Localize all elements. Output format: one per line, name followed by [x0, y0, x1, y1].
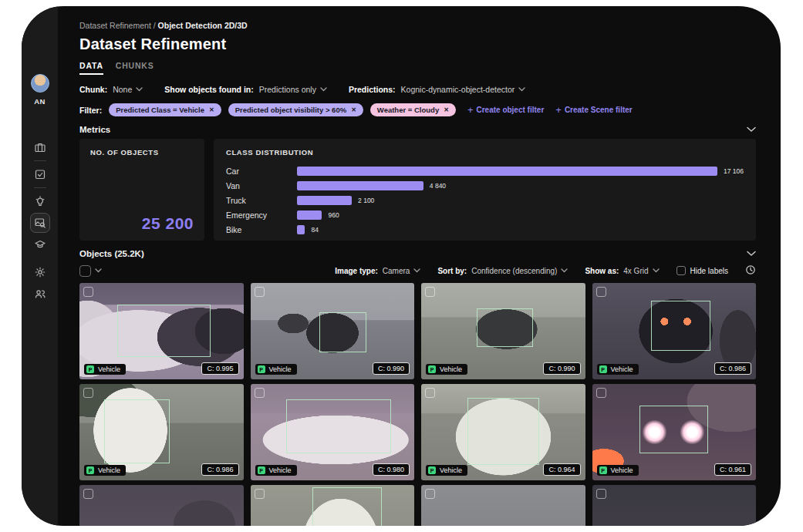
bar-van	[297, 181, 423, 190]
card-checkbox[interactable]	[596, 287, 606, 297]
confidence-pill: C: 0.986	[714, 362, 751, 375]
card-checkbox[interactable]	[255, 287, 265, 297]
object-card[interactable]: PVehicle C: 0.990	[421, 283, 585, 379]
bar-emergency	[297, 210, 322, 220]
prediction-icon: P	[428, 365, 436, 373]
select-all-checkbox[interactable]	[79, 265, 91, 277]
metrics-title: Metrics	[79, 125, 110, 134]
bar-value: 960	[328, 211, 339, 219]
chevron-down-icon	[320, 87, 327, 92]
card-checkbox[interactable]	[425, 287, 435, 297]
object-card[interactable]: PVehicle C: 0.964	[421, 384, 585, 480]
tab-data[interactable]: DATA	[79, 61, 103, 75]
prediction-icon: P	[86, 365, 94, 373]
briefcase-icon	[34, 141, 46, 153]
prediction-icon: P	[599, 365, 607, 373]
objects-title: Objects (25.2K)	[79, 249, 144, 258]
toolbar-right: Image type: Camera Sort by: Confidence (…	[335, 264, 756, 277]
card-checkbox[interactable]	[255, 388, 265, 398]
sidebar-item-training[interactable]	[30, 234, 50, 254]
sidebar-item-tasks[interactable]	[30, 164, 50, 184]
object-card[interactable]: PVehicle C: 0.990	[251, 283, 415, 379]
object-card[interactable]: PVehicle C: 0.961	[592, 384, 757, 480]
chip-close-icon[interactable]: ✕	[444, 106, 449, 113]
object-card[interactable]	[421, 485, 585, 526]
show-objects-control: Show objects found in: Predictions only	[164, 85, 327, 94]
filter-label: Filter:	[79, 106, 102, 115]
breadcrumb-parent[interactable]: Dataset Refinement	[79, 21, 151, 30]
bar-value: 2 100	[358, 197, 374, 204]
prediction-icon: P	[428, 466, 436, 474]
chevron-down-icon	[653, 268, 660, 273]
card-checkbox[interactable]	[83, 489, 93, 499]
card-checkbox[interactable]	[425, 388, 435, 398]
confidence-pill: C: 0.986	[201, 463, 238, 476]
hide-labels-checkbox[interactable]	[676, 266, 686, 275]
sort-by-label: Sort by:	[437, 267, 467, 275]
sidebar-item-team[interactable]	[30, 284, 50, 304]
prediction-icon: P	[599, 466, 607, 474]
bar-category: Truck	[226, 196, 297, 205]
object-card[interactable]: PVehicle C: 0.986	[79, 384, 244, 480]
chunk-select[interactable]: None	[113, 85, 143, 94]
prediction-icon: P	[258, 365, 265, 373]
class-pill: PVehicle	[597, 465, 639, 476]
card-checkbox[interactable]	[255, 489, 265, 499]
object-card[interactable]: PVehicle C: 0.980	[251, 384, 415, 480]
show-objects-select[interactable]: Predictions only	[259, 85, 327, 94]
users-icon	[34, 288, 46, 300]
predictions-select[interactable]: Kognic-dynamic-object-detector	[401, 85, 526, 94]
chevron-down-icon[interactable]	[747, 251, 756, 257]
chevron-down-icon[interactable]	[95, 268, 102, 273]
create-object-filter-button[interactable]: + Create object filter	[467, 104, 544, 116]
sidebar-divider	[34, 160, 46, 161]
prediction-icon: P	[86, 466, 94, 474]
chip-close-icon[interactable]: ✕	[209, 106, 214, 113]
class-distribution-card: CLASS DISTRIBUTION Car 17 106 Van 4 840 …	[214, 139, 756, 241]
card-checkbox[interactable]	[425, 489, 435, 499]
history-button[interactable]	[745, 264, 756, 277]
object-card[interactable]: PVehicle C: 0.995	[79, 283, 244, 379]
class-pill: PVehicle	[426, 465, 467, 476]
sort-by-control: Sort by: Confidence (descending)	[437, 267, 568, 275]
class-pill: PVehicle	[426, 364, 467, 375]
filter-chip-predicted-class[interactable]: Predicted Class = Vehicle ✕	[109, 103, 221, 116]
main-content: Dataset Refinement / Object Detection 2D…	[58, 6, 781, 526]
sidebar-item-dataset-refinement[interactable]	[30, 213, 50, 233]
show-as-select[interactable]: 4x Grid	[623, 267, 659, 275]
sort-by-select[interactable]: Confidence (descending)	[471, 267, 568, 275]
filter-chip-weather[interactable]: Weather = Cloudy ✕	[370, 103, 456, 116]
card-checkbox[interactable]	[596, 388, 606, 398]
card-checkbox[interactable]	[596, 489, 606, 499]
confidence-pill: C: 0.980	[373, 463, 410, 476]
object-card[interactable]: PVehicle C: 0.986	[592, 283, 757, 379]
chevron-down-icon[interactable]	[747, 126, 756, 133]
create-scene-filter-button[interactable]: + Create Scene filter	[555, 104, 632, 116]
tab-chunks[interactable]: CHUNKS	[116, 61, 154, 75]
bar-row-van: Van 4 840	[226, 178, 744, 193]
page-title: Dataset Refinement	[79, 35, 756, 53]
image-type-select[interactable]: Camera	[383, 267, 421, 275]
tab-bar: DATA CHUNKS	[79, 61, 756, 75]
bar-row-bike: Bike 84	[226, 222, 744, 237]
card-checkbox[interactable]	[83, 388, 93, 398]
filter-chip-visibility[interactable]: Predicted object visibility > 60% ✕	[228, 103, 363, 116]
object-card[interactable]	[79, 485, 244, 526]
object-card[interactable]	[592, 485, 757, 526]
sidebar-item-settings[interactable]	[30, 262, 50, 282]
breadcrumb: Dataset Refinement / Object Detection 2D…	[79, 21, 756, 30]
bar-value: 4 840	[430, 182, 446, 190]
card-checkbox[interactable]	[83, 287, 93, 297]
avatar[interactable]	[31, 74, 49, 93]
image-search-icon	[34, 217, 46, 229]
filter-chip-text: Predicted Class = Vehicle	[116, 106, 204, 114]
select-all-control	[79, 265, 102, 277]
lightbulb-icon	[34, 195, 46, 207]
chip-close-icon[interactable]: ✕	[351, 106, 356, 113]
sidebar-item-insights[interactable]	[30, 191, 50, 211]
predictions-label: Predictions:	[349, 85, 396, 94]
class-pill: PVehicle	[84, 465, 126, 476]
sidebar-item-projects[interactable]	[30, 137, 50, 157]
plus-icon: +	[467, 104, 474, 116]
object-card[interactable]	[251, 485, 415, 526]
